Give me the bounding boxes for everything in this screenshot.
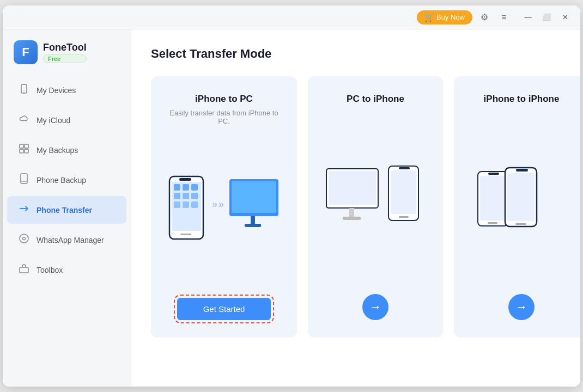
sidebar-item-phone-transfer[interactable]: Phone Transfer: [7, 196, 126, 224]
svg-rect-23: [180, 234, 191, 235]
svg-rect-18: [191, 193, 198, 199]
card-illustration-iphone-to-pc: » »: [164, 143, 284, 280]
card-pc-to-iphone: PC to iPhone: [308, 76, 443, 338]
iphone-to-iphone-arrow-button[interactable]: →: [508, 294, 535, 320]
sidebar-item-my-backups[interactable]: My Backups: [7, 136, 126, 164]
svg-rect-20: [183, 201, 189, 208]
whatsapp-icon: [18, 233, 30, 247]
get-started-button[interactable]: Get Started: [177, 298, 271, 320]
svg-rect-22: [179, 178, 191, 181]
svg-rect-2: [20, 144, 23, 148]
maximize-button[interactable]: ⬜: [538, 10, 555, 25]
transfer-mode-cards: iPhone to PC Easily transfer data from i…: [151, 76, 561, 338]
pc-to-iphone-arrow-button[interactable]: →: [362, 294, 388, 320]
pc-to-iphone-svg: [321, 158, 430, 245]
svg-text:»: »: [218, 199, 224, 210]
svg-rect-6: [21, 174, 27, 183]
svg-rect-13: [174, 184, 180, 191]
sidebar-item-phone-backup[interactable]: Phone Backup: [7, 166, 126, 194]
app-brand: F FoneTool Free: [3, 38, 131, 75]
sidebar-item-toolbox[interactable]: Toolbox: [7, 256, 126, 284]
menu-icon[interactable]: ≡: [496, 10, 512, 25]
cloud-icon: [18, 113, 30, 127]
app-name-wrap: FoneTool Free: [43, 42, 87, 63]
card-title-iphone-to-pc: iPhone to PC: [195, 94, 253, 105]
svg-rect-16: [174, 193, 180, 199]
buy-now-label: Buy Now: [436, 13, 465, 21]
svg-rect-14: [183, 184, 189, 191]
svg-rect-45: [515, 223, 526, 225]
settings-icon[interactable]: ⚙: [477, 10, 492, 25]
svg-point-8: [20, 234, 28, 243]
svg-rect-35: [391, 170, 416, 214]
svg-rect-37: [399, 216, 409, 218]
svg-rect-27: [232, 181, 276, 213]
svg-point-1: [23, 91, 25, 93]
svg-rect-17: [183, 193, 189, 199]
card-illustration-iphone-to-iphone: [467, 126, 576, 277]
svg-point-9: [23, 237, 26, 240]
sidebar-label-my-backups: My Backups: [37, 146, 78, 155]
card-iphone-to-pc: iPhone to PC Easily transfer data from i…: [151, 76, 297, 338]
svg-rect-10: [20, 267, 28, 273]
card-title-iphone-to-iphone: iPhone to iPhone: [484, 94, 560, 105]
app-name: FoneTool: [43, 42, 87, 53]
backups-icon: [18, 143, 30, 157]
svg-rect-40: [488, 173, 499, 175]
sidebar-item-my-devices[interactable]: My Devices: [7, 76, 126, 104]
svg-rect-3: [25, 144, 28, 148]
card-iphone-to-iphone: iPhone to iPhone: [454, 76, 580, 338]
iphone-to-iphone-svg: [467, 158, 576, 245]
svg-rect-21: [191, 201, 198, 208]
phone-backup-icon: [18, 173, 30, 187]
main-area: F FoneTool Free My Devices: [3, 29, 580, 387]
svg-rect-39: [480, 176, 506, 220]
svg-rect-5: [25, 149, 28, 153]
sidebar-label-phone-transfer: Phone Transfer: [37, 206, 92, 215]
device-icon: [18, 83, 30, 97]
sidebar-label-my-devices: My Devices: [37, 86, 76, 95]
svg-rect-4: [20, 149, 23, 153]
app-logo: F: [14, 40, 38, 64]
phone-transfer-icon: [18, 203, 30, 217]
svg-rect-32: [349, 208, 354, 218]
toolbox-icon: [18, 263, 30, 277]
app-badge: Free: [43, 54, 87, 63]
sidebar-item-whatsapp-manager[interactable]: WhatsApp Manager: [7, 226, 126, 254]
sidebar-label-toolbox: Toolbox: [37, 266, 63, 274]
sidebar-label-my-icloud: My iCloud: [37, 116, 70, 125]
content-area: Select Transfer Mode iPhone to PC Easily…: [131, 29, 580, 387]
titlebar: 🛒 Buy Now ⚙ ≡ — ⬜ ✕: [3, 5, 580, 29]
svg-rect-41: [488, 222, 497, 224]
close-button[interactable]: ✕: [556, 10, 574, 25]
logo-letter: F: [22, 45, 29, 59]
window-controls: — ⬜ ✕: [519, 10, 574, 25]
page-title: Select Transfer Mode: [151, 47, 561, 61]
svg-rect-28: [251, 216, 255, 225]
svg-rect-44: [516, 169, 528, 171]
svg-rect-15: [191, 184, 198, 191]
svg-rect-19: [174, 201, 180, 208]
svg-rect-33: [343, 217, 361, 220]
sidebar: F FoneTool Free My Devices: [3, 29, 131, 387]
svg-rect-43: [507, 173, 535, 221]
card-illustration-pc-to-iphone: [321, 126, 430, 277]
card-title-pc-to-iphone: PC to iPhone: [347, 94, 404, 105]
card-desc-iphone-to-pc: Easily transfer data from iPhone to PC.: [164, 109, 284, 125]
minimize-button[interactable]: —: [519, 10, 537, 25]
sidebar-label-whatsapp-manager: WhatsApp Manager: [37, 236, 104, 244]
app-window: 🛒 Buy Now ⚙ ≡ — ⬜ ✕ F FoneTool Free: [3, 5, 580, 387]
svg-text:»: »: [212, 199, 217, 210]
cart-icon: 🛒: [424, 13, 434, 22]
svg-rect-29: [245, 224, 261, 227]
buy-now-button[interactable]: 🛒 Buy Now: [417, 10, 472, 24]
svg-rect-31: [329, 171, 376, 205]
sidebar-label-phone-backup: Phone Backup: [37, 176, 86, 185]
sidebar-item-my-icloud[interactable]: My iCloud: [7, 106, 126, 134]
svg-rect-36: [399, 167, 410, 169]
iphone-to-pc-svg: » »: [164, 168, 284, 255]
